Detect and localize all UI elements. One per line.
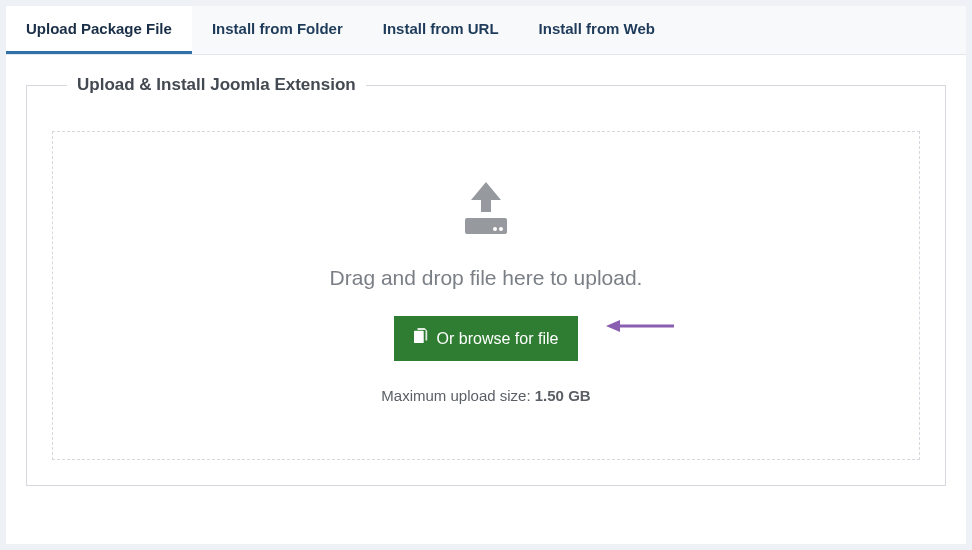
svg-point-2	[499, 227, 503, 231]
tabs-bar: Upload Package File Install from Folder …	[6, 6, 966, 55]
copy-icon	[414, 328, 429, 349]
max-size-label: Maximum upload size:	[381, 387, 534, 404]
max-upload-size: Maximum upload size: 1.50 GB	[73, 387, 899, 404]
browse-button-label: Or browse for file	[437, 330, 559, 348]
drop-instruction: Drag and drop file here to upload.	[73, 266, 899, 290]
browse-button[interactable]: Or browse for file	[394, 316, 579, 361]
svg-rect-3	[414, 331, 424, 343]
tab-upload-package[interactable]: Upload Package File	[6, 6, 192, 54]
tab-install-folder[interactable]: Install from Folder	[192, 6, 363, 54]
svg-rect-0	[465, 218, 507, 234]
upload-fieldset: Upload & Install Joomla Extension Drag a…	[26, 85, 946, 486]
tab-install-web[interactable]: Install from Web	[519, 6, 675, 54]
fieldset-legend: Upload & Install Joomla Extension	[67, 75, 366, 95]
upload-icon	[451, 182, 521, 244]
max-size-value: 1.50 GB	[535, 387, 591, 404]
tab-content: Upload & Install Joomla Extension Drag a…	[6, 55, 966, 506]
install-panel: Upload Package File Install from Folder …	[6, 6, 966, 544]
tab-install-url[interactable]: Install from URL	[363, 6, 519, 54]
drop-zone[interactable]: Drag and drop file here to upload. Or br…	[52, 131, 920, 460]
svg-point-1	[493, 227, 497, 231]
